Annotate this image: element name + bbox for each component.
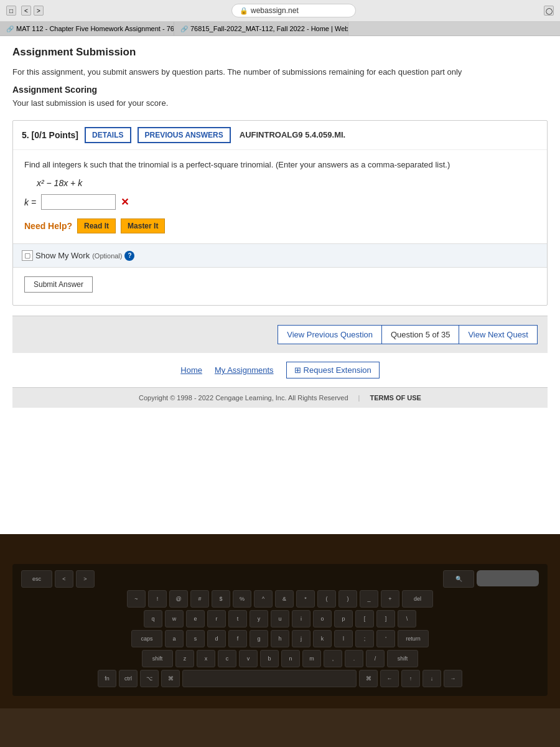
key-shift-r[interactable]: shift bbox=[387, 650, 418, 667]
key-t[interactable]: t bbox=[228, 610, 247, 627]
question-body: Find all integers k such that the trinom… bbox=[13, 150, 547, 306]
key-shift-l[interactable]: shift bbox=[142, 650, 173, 667]
key-return[interactable]: return bbox=[398, 630, 429, 647]
key-arrow-l[interactable]: ← bbox=[380, 670, 399, 687]
key-bracket-r[interactable]: ] bbox=[376, 610, 395, 627]
circle-btn[interactable]: ◯ bbox=[544, 6, 554, 16]
address-bar[interactable]: 🔒 webassign.net bbox=[231, 4, 356, 17]
view-previous-question-button[interactable]: View Previous Question bbox=[278, 325, 382, 344]
key-plus[interactable]: + bbox=[381, 590, 399, 608]
key-cmd[interactable]: ⌘ bbox=[161, 670, 180, 687]
tab-1[interactable]: 🔗 MAT 112 - Chapter Five Homework Assign… bbox=[0, 22, 174, 35]
submit-section: Submit Answer bbox=[24, 268, 536, 296]
key-arrow-d[interactable]: ↓ bbox=[422, 670, 441, 687]
key-2[interactable]: @ bbox=[169, 590, 188, 608]
key-minus[interactable]: _ bbox=[360, 590, 378, 608]
key-quote[interactable]: ' bbox=[376, 630, 395, 647]
key-ctrl[interactable]: ctrl bbox=[119, 670, 138, 687]
question-counter: Question 5 of 35 bbox=[382, 325, 459, 344]
key-s[interactable]: s bbox=[186, 630, 205, 647]
key-g[interactable]: g bbox=[250, 630, 268, 647]
key-l[interactable]: l bbox=[334, 630, 353, 647]
key-1[interactable]: ! bbox=[148, 590, 167, 608]
key-semicolon[interactable]: ; bbox=[355, 630, 374, 647]
submit-answer-button[interactable]: Submit Answer bbox=[24, 276, 93, 293]
esc-key[interactable]: esc bbox=[21, 570, 52, 588]
question-code: AUFINTROALG9 5.4.059.MI. bbox=[240, 130, 345, 139]
key-d[interactable]: d bbox=[207, 630, 226, 647]
key-9[interactable]: ( bbox=[317, 590, 336, 608]
key-v[interactable]: v bbox=[239, 650, 258, 667]
tab-2-icon: 🔗 bbox=[180, 26, 188, 32]
key-o[interactable]: o bbox=[313, 610, 332, 627]
key-3[interactable]: # bbox=[190, 590, 209, 608]
need-help-text: Need Help? bbox=[24, 221, 72, 231]
key-arrow-r[interactable]: → bbox=[444, 670, 462, 687]
key-4[interactable]: $ bbox=[212, 590, 230, 608]
key-backslash[interactable]: \ bbox=[398, 610, 416, 627]
key-j[interactable]: j bbox=[292, 630, 310, 647]
key-f[interactable]: f bbox=[228, 630, 247, 647]
page-description: For this assignment, you submit answers … bbox=[12, 66, 548, 78]
key-p[interactable]: p bbox=[334, 610, 353, 627]
help-circle-icon[interactable]: ? bbox=[124, 251, 134, 261]
key-h[interactable]: h bbox=[271, 630, 289, 647]
browser-chrome: □ < > 🔒 webassign.net ◯ bbox=[0, 0, 560, 22]
key-b[interactable]: b bbox=[260, 650, 279, 667]
key-c[interactable]: c bbox=[218, 650, 236, 667]
back-btn[interactable]: < bbox=[21, 6, 31, 16]
main-content: Assignment Submission For this assignmen… bbox=[0, 36, 560, 534]
previous-answers-button[interactable]: PREVIOUS ANSWERS bbox=[138, 127, 231, 143]
window-toggle-btn[interactable]: □ bbox=[6, 6, 16, 16]
key-slash[interactable]: / bbox=[366, 650, 385, 667]
key-space[interactable] bbox=[182, 670, 357, 687]
key-x[interactable]: x bbox=[197, 650, 215, 667]
terms-of-use-link[interactable]: TERMS OF USE bbox=[370, 394, 421, 402]
key-i[interactable]: i bbox=[292, 610, 310, 627]
key-cmd-r[interactable]: ⌘ bbox=[359, 670, 378, 687]
key-r[interactable]: r bbox=[207, 610, 226, 627]
key-period[interactable]: . bbox=[345, 650, 363, 667]
key-bracket-l[interactable]: [ bbox=[355, 610, 374, 627]
details-button[interactable]: DETAILS bbox=[85, 127, 131, 143]
key-del[interactable]: del bbox=[402, 590, 433, 608]
question-instructions: Find all integers k such that the trinom… bbox=[24, 159, 536, 171]
key-7[interactable]: & bbox=[275, 590, 294, 608]
view-next-question-button[interactable]: View Next Quest bbox=[459, 325, 538, 344]
key-0[interactable]: ) bbox=[338, 590, 357, 608]
scoring-title: Assignment Scoring bbox=[12, 85, 548, 95]
key-y[interactable]: y bbox=[250, 610, 268, 627]
key-e[interactable]: e bbox=[186, 610, 205, 627]
key-tilde[interactable]: ~ bbox=[127, 590, 146, 608]
key-8[interactable]: * bbox=[296, 590, 315, 608]
key-5[interactable]: % bbox=[233, 590, 251, 608]
read-it-button[interactable]: Read It bbox=[77, 218, 116, 233]
forward-btn[interactable]: > bbox=[34, 6, 44, 16]
key-n[interactable]: n bbox=[281, 650, 300, 667]
key-a[interactable]: a bbox=[165, 630, 184, 647]
key-fn[interactable]: fn bbox=[98, 670, 116, 687]
master-it-button[interactable]: Master It bbox=[121, 218, 165, 233]
key-lt[interactable]: < bbox=[55, 570, 73, 588]
key-alt[interactable]: ⌥ bbox=[140, 670, 159, 687]
key-m[interactable]: m bbox=[302, 650, 321, 667]
key-z[interactable]: z bbox=[175, 650, 194, 667]
key-u[interactable]: u bbox=[271, 610, 289, 627]
key-q[interactable]: q bbox=[144, 610, 162, 627]
need-help-section: Need Help? Read It Master It bbox=[24, 218, 536, 233]
tab-2[interactable]: 🔗 76815_Fall-2022_MAT-112, Fall 2022 - H… bbox=[174, 22, 348, 35]
expand-icon[interactable]: ▢ bbox=[22, 250, 33, 261]
my-assignments-link[interactable]: My Assignments bbox=[215, 365, 274, 375]
answer-input[interactable] bbox=[41, 194, 116, 210]
question-header: 5. [0/1 Points] DETAILS PREVIOUS ANSWERS… bbox=[13, 121, 547, 150]
key-6[interactable]: ^ bbox=[254, 590, 273, 608]
key-gt[interactable]: > bbox=[76, 570, 95, 588]
request-extension-button[interactable]: ⊞ Request Extension bbox=[286, 362, 380, 378]
key-w[interactable]: w bbox=[165, 610, 184, 627]
key-k[interactable]: k bbox=[313, 630, 332, 647]
key-caps[interactable]: caps bbox=[131, 630, 162, 647]
key-arrow-u[interactable]: ↑ bbox=[401, 670, 420, 687]
search-key[interactable]: 🔍 bbox=[443, 570, 474, 588]
key-comma[interactable]: , bbox=[324, 650, 342, 667]
home-link[interactable]: Home bbox=[180, 365, 202, 375]
